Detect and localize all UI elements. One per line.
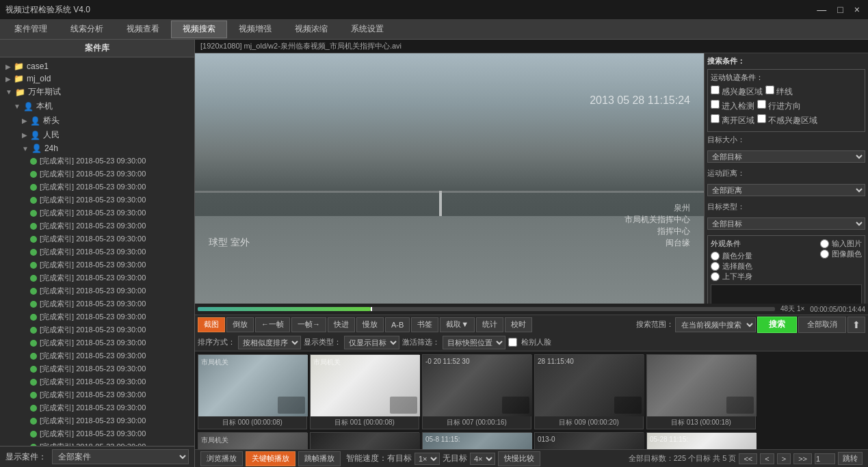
search-button[interactable]: 搜索 bbox=[757, 317, 797, 333]
checkbox-direction[interactable] bbox=[757, 100, 766, 109]
index-item[interactable]: [完成索引] 2018-05-23 09:30:00 bbox=[3, 388, 192, 401]
result-item[interactable]: 市局机关 目标 018 (00:00:20) bbox=[198, 432, 307, 449]
mark-select[interactable]: 目标快照位置 bbox=[443, 336, 505, 349]
checkbox-enter[interactable] bbox=[711, 100, 720, 109]
skip-play-button[interactable]: 跳帧播放 bbox=[298, 451, 341, 466]
result-item[interactable]: 目标 013 (00:00:18) bbox=[646, 354, 756, 429]
index-item[interactable]: [完成索引] 2018-05-23 09:30:00 bbox=[3, 362, 192, 375]
index-item[interactable]: [完成索引] 2018-05-23 09:30:00 bbox=[3, 232, 192, 245]
status-dot bbox=[30, 366, 37, 373]
index-item[interactable]: [完成索引] 2018-05-23 09:30:00 bbox=[3, 155, 192, 168]
index-item[interactable]: [完成索引] 2018-05-23 09:30:00 bbox=[3, 271, 192, 284]
maximize-button[interactable]: □ bbox=[834, 4, 845, 15]
keyframe-play-button[interactable]: 关键帧播放 bbox=[246, 451, 295, 466]
result-item[interactable]: -0 20 11:52 30 目标 007 (00:00:16) bbox=[422, 354, 531, 429]
next-page-button[interactable]: > bbox=[777, 453, 791, 464]
tab-clue-analysis[interactable]: 线索分析 bbox=[59, 21, 115, 38]
checkbox-nori[interactable] bbox=[757, 114, 766, 123]
tab-video-search[interactable]: 视频搜索 bbox=[171, 21, 227, 38]
bookmark-button[interactable]: 书签 bbox=[411, 317, 438, 332]
checkbox-leave[interactable] bbox=[711, 114, 720, 123]
type-select[interactable]: 全部目标 bbox=[707, 217, 865, 230]
radio-select-color-input[interactable] bbox=[711, 262, 720, 271]
target-speed-select[interactable]: 1×2× bbox=[415, 453, 440, 465]
radio-half-body-input[interactable] bbox=[711, 272, 720, 281]
radio-color-qty-input[interactable] bbox=[711, 252, 720, 261]
page-input[interactable] bbox=[815, 453, 835, 464]
index-item[interactable]: [完成索引] 2018-05-23 09:30:00 bbox=[3, 440, 192, 446]
reverse-button[interactable]: 倒放 bbox=[226, 317, 254, 332]
goto-page-button[interactable]: 跳转 bbox=[838, 452, 863, 465]
sidebar-item-24h[interactable]: ▼ 👤 24h bbox=[3, 142, 192, 155]
index-item[interactable]: [完成索引] 2018-05-23 09:30:00 bbox=[3, 310, 192, 323]
index-item[interactable]: [完成索引] 2018-05-23 09:30:00 bbox=[3, 414, 192, 427]
index-item[interactable]: [完成索引] 2018-05-23 09:30:00 bbox=[3, 349, 192, 362]
checkbox-roi[interactable] bbox=[711, 85, 720, 94]
case-filter-select[interactable]: 全部案件 bbox=[52, 449, 189, 464]
last-page-button[interactable]: >> bbox=[793, 453, 812, 464]
calibrate-button[interactable]: 校时 bbox=[505, 317, 532, 332]
sidebar-item-case1[interactable]: ▶ 📁 case1 bbox=[3, 60, 192, 72]
index-item[interactable]: [完成索引] 2018-05-23 09:30:00 bbox=[3, 258, 192, 271]
result-item[interactable]: 28 11:15:40 目标 009 (00:00:20) bbox=[534, 354, 644, 429]
size-select[interactable]: 全部目标 bbox=[707, 150, 865, 163]
search-scope-select[interactable]: 在当前视频中搜索 bbox=[675, 317, 756, 332]
index-item[interactable]: [完成索引] 2018-05-23 09:30:00 bbox=[3, 181, 192, 194]
result-item[interactable]: 市局机关 目标 001 (00:00:08) bbox=[310, 354, 419, 429]
index-item[interactable]: [完成索引] 2018-05-23 09:30:00 bbox=[3, 323, 192, 336]
prev-frame-button[interactable]: ←一帧 bbox=[255, 317, 290, 332]
minimize-button[interactable]: — bbox=[814, 4, 829, 15]
index-item[interactable]: [完成索引] 2018-05-23 09:30:00 bbox=[3, 375, 192, 388]
result-item[interactable]: 目标 019 (00:00:23) bbox=[310, 432, 419, 449]
index-item[interactable]: [完成索引] 2018-05-23 09:30:00 bbox=[3, 219, 192, 232]
index-item[interactable]: [完成索引] 2018-05-23 09:30:00 bbox=[3, 168, 192, 181]
sidebar-item-mj-old[interactable]: ▶ 📁 mj_old bbox=[3, 72, 192, 85]
ab-button[interactable]: A-B bbox=[385, 317, 410, 332]
progress-track[interactable] bbox=[198, 307, 775, 311]
next-frame-button[interactable]: 一帧→ bbox=[291, 317, 326, 332]
display-select[interactable]: 仅显示目标 bbox=[344, 336, 399, 349]
browse-play-button[interactable]: 浏览播放 bbox=[200, 451, 243, 466]
sidebar-item-benji[interactable]: ▼ 👤 本机 bbox=[3, 99, 192, 114]
first-page-button[interactable]: << bbox=[739, 453, 757, 464]
fast-forward-button[interactable]: 快进 bbox=[328, 317, 355, 332]
tab-video-view[interactable]: 视频查看 bbox=[115, 21, 171, 38]
tab-case-management[interactable]: 案件管理 bbox=[3, 21, 59, 38]
motion-range-select[interactable]: 全部距离 bbox=[707, 184, 865, 196]
tab-system-settings[interactable]: 系统设置 bbox=[339, 21, 395, 38]
tab-video-condense[interactable]: 视频浓缩 bbox=[283, 21, 339, 38]
checkbox-tripwire[interactable] bbox=[765, 85, 774, 94]
index-item[interactable]: [完成索引] 2018-05-23 09:30:00 bbox=[3, 206, 192, 219]
expand-button[interactable]: ⬆ bbox=[847, 317, 865, 333]
sidebar-item-qiaotou[interactable]: ▶ 👤 桥头 bbox=[3, 114, 192, 128]
prev-page-button[interactable]: < bbox=[760, 453, 774, 464]
index-item[interactable]: [完成索引] 2018-05-23 09:30:00 bbox=[3, 284, 192, 297]
result-item[interactable]: 05-8 11:15: 目标 0xx (00:01:xx) bbox=[422, 432, 531, 449]
sidebar-item-wannian[interactable]: ▼ 📁 万年期试 bbox=[3, 85, 192, 99]
close-button[interactable]: × bbox=[852, 4, 863, 15]
index-item[interactable]: [完成索引] 2018-05-23 09:30:00 bbox=[3, 401, 192, 414]
radio-img-color-input[interactable] bbox=[820, 250, 829, 258]
video-container[interactable]: 2013 05 28 11:15:24 泉州 市局机关指挥中心 指挥中心 闽台缘… bbox=[195, 53, 704, 304]
screenshot-button[interactable]: 截图 bbox=[198, 317, 225, 332]
index-item[interactable]: [完成索引] 2018-05-23 09:30:00 bbox=[3, 194, 192, 206]
index-item[interactable]: [完成索引] 2018-05-23 09:30:00 bbox=[3, 336, 192, 349]
index-item[interactable]: [完成索引] 2018-05-23 09:30:00 bbox=[3, 245, 192, 258]
index-item[interactable]: [完成索引] 2018-05-23 09:30:00 bbox=[3, 427, 192, 440]
slow-button[interactable]: 慢放 bbox=[356, 317, 384, 332]
result-item[interactable]: 市局机关 目标 000 (00:00:08) bbox=[198, 354, 307, 429]
tab-video-enhance[interactable]: 视频增强 bbox=[227, 21, 283, 38]
video-progress-bar[interactable]: 48天 1× 00:00:05/00:14:44 bbox=[195, 304, 868, 315]
result-item[interactable]: 013-0 目标 0xx (00:01:xx) bbox=[534, 432, 644, 449]
no-target-speed-select[interactable]: 4×8× bbox=[470, 453, 495, 465]
radio-input-img-input[interactable] bbox=[820, 239, 829, 248]
index-item[interactable]: [完成索引] 2018-05-23 09:30:00 bbox=[3, 297, 192, 310]
clip-button[interactable]: 截取▼ bbox=[440, 317, 475, 332]
cancel-all-button[interactable]: 全部取消 bbox=[798, 317, 846, 333]
result-item[interactable]: 05-28 11:15: 目标 0xx (00:01:xx) bbox=[646, 432, 756, 449]
stats-button[interactable]: 统计 bbox=[476, 317, 503, 332]
compare-button[interactable]: 快慢比较 bbox=[498, 451, 540, 466]
face-detect-checkbox[interactable] bbox=[508, 338, 517, 347]
sidebar-item-renmin[interactable]: ▶ 👤 人民 bbox=[3, 128, 192, 142]
sort-select[interactable]: 按相似度排序 bbox=[238, 336, 301, 349]
